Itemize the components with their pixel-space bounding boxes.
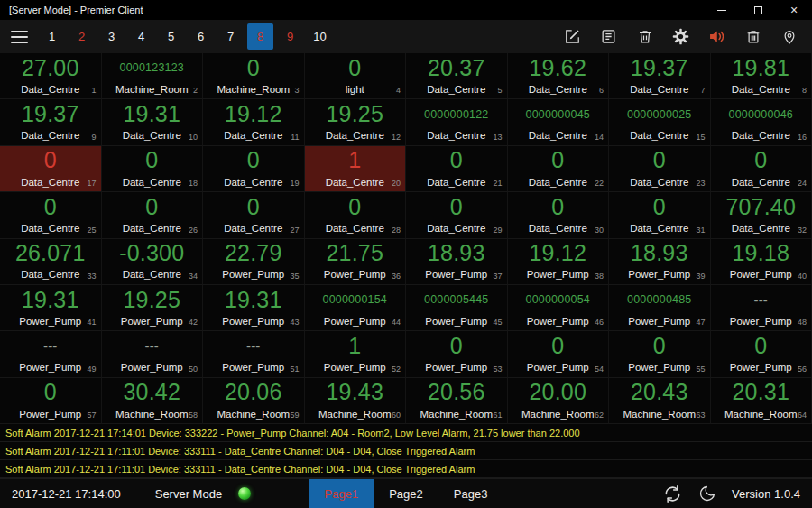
data-cell[interactable]: 0 Data_Centre 25 bbox=[0, 192, 102, 238]
data-cell[interactable]: 0 Data_Centre 30 bbox=[508, 192, 610, 238]
clear-alarms-button[interactable] bbox=[743, 26, 763, 47]
data-cell[interactable]: --- Power_Pump 48 bbox=[711, 285, 812, 331]
menu-button[interactable] bbox=[11, 27, 28, 47]
data-cell[interactable]: 0000000122 Data_Centre 13 bbox=[406, 99, 508, 145]
data-cell[interactable]: 30.42 Machine_Room 58 bbox=[102, 378, 204, 424]
page-number-button[interactable]: 4 bbox=[128, 23, 154, 50]
data-cell[interactable]: 0 light 4 bbox=[305, 53, 407, 99]
data-cell[interactable]: 19.62 Data_Centre 6 bbox=[508, 53, 610, 99]
data-cell[interactable]: 0 Power_Pump 57 bbox=[0, 378, 102, 424]
data-cell[interactable]: 0 Data_Centre 18 bbox=[102, 146, 204, 192]
data-cell[interactable]: 0 Power_Pump 55 bbox=[609, 331, 711, 377]
data-cell[interactable]: 0 Data_Centre 19 bbox=[203, 146, 305, 192]
sync-button[interactable] bbox=[661, 483, 683, 504]
data-cell[interactable]: 19.18 Power_Pump 40 bbox=[711, 239, 812, 285]
page-number-button[interactable]: 10 bbox=[307, 23, 333, 50]
page-number-button[interactable]: 1 bbox=[39, 23, 65, 50]
alarm-message[interactable]: Soft Alarm 2017-12-21 17:11:01 Device: 3… bbox=[0, 442, 812, 460]
data-cell[interactable]: 20.56 Machine_Room 61 bbox=[406, 378, 508, 424]
data-cell[interactable]: 20.43 Machine_Room 63 bbox=[609, 378, 711, 424]
page-number-button[interactable]: 3 bbox=[98, 23, 125, 50]
data-cell[interactable]: --- Power_Pump 51 bbox=[203, 331, 305, 377]
alarm-message[interactable]: Soft Alarm 2017-12-21 17:11:01 Device: 3… bbox=[0, 460, 812, 478]
report-button[interactable] bbox=[598, 26, 619, 47]
data-cell[interactable]: 20.00 Machine_Room 62 bbox=[508, 378, 610, 424]
data-cell[interactable]: 0 Data_Centre 29 bbox=[406, 192, 508, 238]
page-number-button[interactable]: 8 bbox=[247, 23, 273, 50]
data-cell[interactable]: 0 Data_Centre 26 bbox=[102, 192, 204, 238]
data-cell[interactable]: 19.37 Data_Centre 7 bbox=[609, 53, 711, 99]
night-mode-button[interactable] bbox=[697, 483, 718, 504]
data-cell[interactable]: 20.37 Data_Centre 5 bbox=[406, 53, 508, 99]
data-cell[interactable]: 0 Data_Centre 24 bbox=[711, 146, 812, 192]
data-cell[interactable]: 19.31 Power_Pump 43 bbox=[203, 285, 305, 331]
data-cell[interactable]: 0 Data_Centre 21 bbox=[406, 146, 508, 192]
minimize-button[interactable] bbox=[704, 0, 740, 20]
data-cell[interactable]: 0000000054 Power_Pump 46 bbox=[508, 285, 610, 331]
data-cell[interactable]: -0.300 Data_Centre 34 bbox=[102, 239, 204, 285]
data-cell[interactable]: 0000005445 Power_Pump 45 bbox=[406, 285, 508, 331]
cell-index: 55 bbox=[696, 365, 705, 374]
data-cell[interactable]: 707.40 Data_Centre 32 bbox=[711, 192, 812, 238]
data-cell[interactable]: 19.31 Data_Centre 10 bbox=[102, 99, 204, 145]
data-cell[interactable]: 0 Machine_Room 3 bbox=[203, 53, 305, 99]
data-cell[interactable]: 0000000045 Data_Centre 14 bbox=[508, 99, 610, 145]
data-cell[interactable]: 0 Data_Centre 31 bbox=[609, 192, 711, 238]
page-number-button[interactable]: 6 bbox=[188, 23, 214, 50]
data-cell[interactable]: 0 Power_Pump 53 bbox=[406, 331, 508, 377]
page-tab[interactable]: Page3 bbox=[438, 479, 503, 508]
data-cell[interactable]: 20.31 Machine_Room 64 bbox=[711, 378, 812, 424]
data-cell[interactable]: 0 Data_Centre 17 bbox=[0, 146, 102, 192]
data-cell[interactable]: 18.93 Power_Pump 37 bbox=[406, 239, 508, 285]
data-cell[interactable]: 26.071 Data_Centre 33 bbox=[0, 239, 102, 285]
data-cell[interactable]: 19.25 Data_Centre 12 bbox=[305, 99, 407, 145]
data-cell[interactable]: 19.37 Data_Centre 9 bbox=[0, 99, 102, 145]
delete-button[interactable] bbox=[634, 26, 655, 47]
alarm-message[interactable]: Soft Alarm 2017-12-21 17:14:01 Device: 3… bbox=[0, 424, 812, 442]
data-cell[interactable]: 19.12 Power_Pump 38 bbox=[508, 239, 610, 285]
settings-button[interactable] bbox=[670, 26, 691, 47]
data-cell[interactable]: 0000000154 Power_Pump 44 bbox=[305, 285, 407, 331]
edit-button[interactable] bbox=[562, 26, 583, 47]
cell-value: 20.00 bbox=[512, 379, 605, 406]
cell-footer: Data_Centre 27 bbox=[207, 221, 300, 236]
cell-value: 19.37 bbox=[4, 100, 97, 127]
data-cell[interactable]: 0 Power_Pump 56 bbox=[711, 331, 812, 377]
data-cell[interactable]: 18.93 Power_Pump 39 bbox=[609, 239, 711, 285]
maximize-button[interactable] bbox=[740, 0, 776, 20]
data-cell[interactable]: 1 Power_Pump 52 bbox=[305, 331, 407, 377]
page-tab[interactable]: Page1 bbox=[309, 479, 374, 508]
data-cell[interactable]: 19.81 Data_Centre 8 bbox=[711, 53, 812, 99]
data-cell[interactable]: 20.06 Machine_Room 59 bbox=[203, 378, 305, 424]
data-cell[interactable]: 19.43 Machine_Room 60 bbox=[305, 378, 407, 424]
page-number-button[interactable]: 9 bbox=[277, 23, 303, 50]
page-number-button[interactable]: 5 bbox=[158, 23, 184, 50]
data-cell[interactable]: 0000000485 Power_Pump 47 bbox=[609, 285, 711, 331]
cell-index: 60 bbox=[392, 411, 401, 420]
data-cell[interactable]: 1 Data_Centre 20 bbox=[305, 146, 407, 192]
data-cell[interactable]: 0000000046 Data_Centre 16 bbox=[711, 99, 812, 145]
cell-label: Data_Centre bbox=[224, 223, 282, 234]
data-cell[interactable]: 19.12 Data_Centre 11 bbox=[203, 99, 305, 145]
page-number-button[interactable]: 7 bbox=[217, 23, 244, 50]
data-cell[interactable]: 0 Data_Centre 22 bbox=[508, 146, 610, 192]
data-cell[interactable]: 0 Data_Centre 27 bbox=[203, 192, 305, 238]
data-cell[interactable]: 19.25 Power_Pump 42 bbox=[102, 285, 204, 331]
cell-label: Machine_Room bbox=[217, 84, 290, 95]
data-cell[interactable]: 0 Power_Pump 54 bbox=[508, 331, 610, 377]
data-cell[interactable]: 0 Data_Centre 23 bbox=[609, 146, 711, 192]
data-cell[interactable]: 0 Data_Centre 28 bbox=[305, 192, 407, 238]
close-button[interactable]: × bbox=[776, 0, 812, 20]
location-button[interactable] bbox=[779, 26, 799, 47]
data-cell[interactable]: 0000000025 Data_Centre 15 bbox=[609, 99, 711, 145]
data-cell[interactable]: 27.00 Data_Centre 1 bbox=[0, 53, 102, 99]
data-cell[interactable]: --- Power_Pump 49 bbox=[0, 331, 102, 377]
data-cell[interactable]: --- Power_Pump 50 bbox=[102, 331, 204, 377]
audio-alarm-button[interactable] bbox=[706, 26, 727, 47]
data-cell[interactable]: 0000123123 Machine_Room 2 bbox=[102, 53, 204, 99]
page-tab[interactable]: Page2 bbox=[374, 479, 438, 508]
data-cell[interactable]: 21.75 Power_Pump 36 bbox=[305, 239, 407, 285]
data-cell[interactable]: 22.79 Power_Pump 35 bbox=[203, 239, 305, 285]
data-cell[interactable]: 19.31 Power_Pump 41 bbox=[0, 285, 102, 331]
page-number-button[interactable]: 2 bbox=[69, 23, 95, 50]
